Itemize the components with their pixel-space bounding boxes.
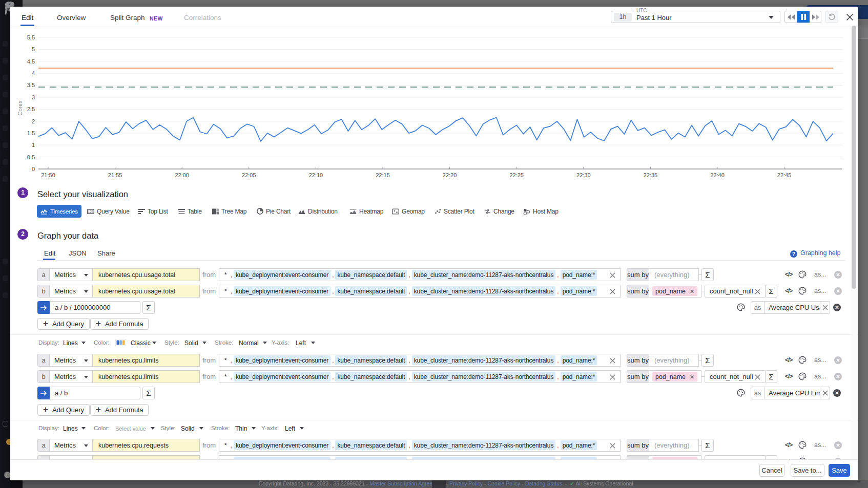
svg-text:0: 0 (32, 166, 35, 172)
svg-text:22:10: 22:10 (309, 172, 323, 178)
svg-text:22:15: 22:15 (376, 172, 390, 178)
svg-text:Cores: Cores (17, 100, 23, 116)
svg-text:5: 5 (32, 46, 35, 52)
svg-text:3.5: 3.5 (27, 82, 35, 88)
svg-text:1: 1 (32, 142, 35, 148)
svg-text:22:25: 22:25 (509, 172, 524, 178)
svg-text:0.5: 0.5 (27, 154, 35, 160)
svg-text:2.5: 2.5 (27, 106, 35, 112)
svg-text:21:50: 21:50 (41, 172, 55, 178)
svg-text:4: 4 (32, 70, 35, 76)
svg-text:21:55: 21:55 (108, 172, 122, 178)
svg-text:1.5: 1.5 (27, 130, 35, 136)
svg-text:22:35: 22:35 (644, 172, 658, 178)
svg-text:2: 2 (32, 118, 35, 124)
svg-text:123: 123 (88, 209, 94, 213)
svg-text:22:00: 22:00 (175, 172, 189, 178)
svg-text:5.5: 5.5 (27, 34, 35, 40)
svg-text:22:40: 22:40 (710, 172, 725, 178)
svg-text:22:20: 22:20 (443, 172, 457, 178)
svg-text:22:45: 22:45 (777, 172, 792, 178)
svg-text:22:05: 22:05 (242, 172, 256, 178)
svg-text:3: 3 (32, 94, 35, 100)
svg-text:22:30: 22:30 (576, 172, 591, 178)
svg-text:4.5: 4.5 (27, 58, 35, 65)
